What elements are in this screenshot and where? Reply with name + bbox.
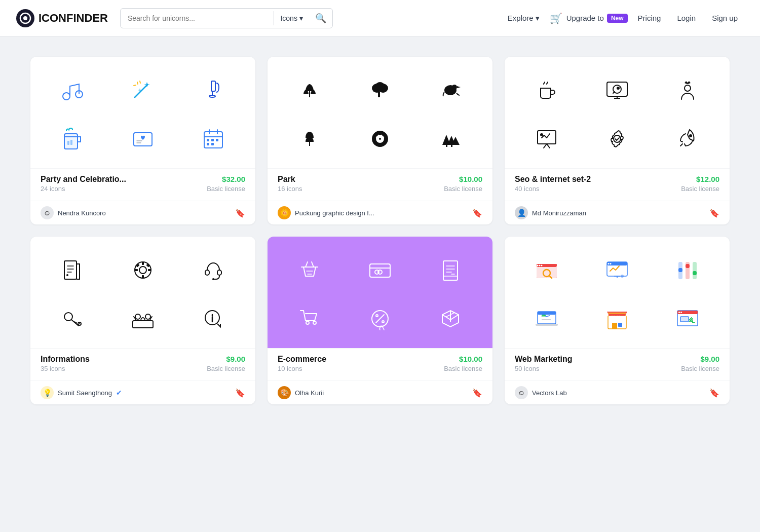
svg-rect-97 (618, 323, 622, 327)
card-ecommerce: E-commerce $10.00 10 icons Basic license… (268, 237, 492, 404)
nav-pricing[interactable]: Pricing (632, 10, 667, 26)
search-input[interactable] (121, 9, 274, 27)
bookmark-icon[interactable]: 🔖 (709, 208, 719, 218)
svg-rect-59 (133, 321, 153, 328)
card-count: 50 icons (515, 365, 539, 372)
icon-discount (362, 301, 398, 336)
svg-rect-98 (608, 313, 626, 314)
author-avatar: 💡 (41, 386, 54, 399)
header: ICONFINDER Icons ▾ 🔍 Explore ▾ 🛒 Upgrade… (0, 0, 760, 36)
icon-bird (433, 72, 468, 108)
svg-rect-32 (446, 144, 447, 147)
card-informations: Informations $9.00 35 icons Basic licens… (30, 237, 255, 404)
bookmark-icon[interactable]: 🔖 (709, 388, 719, 398)
icon-love-card (125, 121, 161, 157)
card-title: Seo & internet set-2 (515, 175, 591, 184)
bookmark-icon[interactable]: 🔖 (235, 388, 245, 398)
author-avatar: 🌼 (278, 206, 291, 219)
card-license: Basic license (444, 365, 482, 372)
author-name: Sumit Saengthong (58, 389, 112, 397)
svg-rect-53 (205, 270, 209, 275)
icon-music (55, 72, 90, 108)
verified-badge: ✔ (116, 389, 122, 397)
search-type-dropdown[interactable]: Icons ▾ (274, 14, 309, 22)
search-icon: 🔍 (315, 13, 326, 23)
icon-reception (125, 301, 161, 336)
icon-store (599, 301, 635, 336)
svg-rect-22 (378, 92, 380, 97)
icon-monitor-graph (599, 252, 635, 288)
svg-point-55 (212, 278, 214, 280)
nav: Explore ▾ 🛒 Upgrade to New Pricing Login… (502, 10, 744, 27)
svg-point-37 (685, 85, 691, 91)
svg-point-28 (379, 138, 381, 140)
chevron-down-icon: ▾ (299, 14, 303, 22)
card-info-webmarketing: Web Marketing $9.00 50 icons Basic licen… (505, 348, 730, 381)
svg-rect-96 (612, 323, 617, 329)
card-icons-park (268, 57, 492, 168)
icon-coffee (529, 72, 564, 108)
card-price: $10.00 (459, 355, 482, 363)
svg-point-101 (678, 312, 680, 313)
card-icons-party (30, 57, 255, 168)
search-bar: Icons ▾ 🔍 (120, 8, 333, 28)
icon-sets-grid: Party and Celebratio... $32.00 24 icons … (30, 57, 730, 404)
search-type-label: Icons (280, 14, 297, 22)
svg-rect-87 (693, 262, 697, 279)
new-badge: New (607, 14, 628, 23)
svg-rect-50 (148, 269, 151, 271)
svg-rect-66 (443, 261, 458, 280)
icon-presentation (529, 121, 564, 157)
card-author-party: ☺ Nendra Kuncoro 🔖 (30, 201, 255, 224)
svg-point-58 (79, 323, 80, 324)
svg-rect-48 (142, 275, 144, 278)
svg-rect-90 (693, 271, 697, 275)
svg-point-3 (63, 93, 70, 100)
nav-login[interactable]: Login (671, 10, 702, 26)
icon-drink (196, 72, 231, 108)
author-name: Olha Kurii (295, 389, 324, 397)
card-license: Basic license (681, 185, 719, 193)
card-title: E-commerce (278, 355, 326, 364)
icon-info-chat (196, 301, 231, 336)
card-price: $9.00 (226, 355, 245, 363)
card-icons-seo (505, 57, 730, 168)
svg-rect-92 (538, 312, 556, 315)
svg-rect-43 (64, 261, 77, 279)
author-avatar: 👤 (515, 206, 528, 219)
icon-monitor (599, 72, 635, 108)
upgrade-button[interactable]: Upgrade to New (566, 14, 628, 23)
svg-point-61 (145, 314, 150, 319)
svg-point-84 (621, 275, 624, 278)
card-info-informations: Informations $9.00 35 icons Basic licens… (30, 348, 255, 381)
icon-magic (125, 72, 161, 108)
card-count: 16 icons (278, 185, 302, 193)
nav-signup[interactable]: Sign up (706, 10, 744, 26)
search-button[interactable]: 🔍 (309, 9, 332, 28)
icon-document (55, 252, 90, 288)
svg-rect-15 (211, 139, 214, 141)
icon-headset (196, 252, 231, 288)
card-license: Basic license (681, 365, 719, 372)
author-name: Nendra Kuncoro (58, 209, 106, 217)
icon-box (433, 301, 468, 336)
card-price: $9.00 (700, 355, 719, 363)
explore-label: Explore (508, 14, 534, 22)
nav-explore[interactable]: Explore ▾ (502, 10, 546, 27)
cart-icon[interactable]: 🛒 (550, 12, 562, 24)
card-info-seo: Seo & internet set-2 $12.00 40 icons Bas… (505, 168, 730, 201)
bookmark-icon[interactable]: 🔖 (472, 388, 482, 398)
card-count: 35 icons (41, 365, 65, 372)
svg-point-102 (680, 312, 682, 313)
bookmark-icon[interactable]: 🔖 (235, 208, 245, 218)
svg-point-24 (452, 85, 457, 90)
main-content: Party and Celebratio... $32.00 24 icons … (0, 36, 760, 425)
svg-rect-33 (451, 144, 452, 147)
bookmark-icon[interactable]: 🔖 (472, 208, 482, 218)
svg-rect-89 (686, 264, 690, 268)
logo[interactable]: ICONFINDER (16, 9, 108, 27)
icon-search-analytics (529, 252, 564, 288)
card-party: Party and Celebratio... $32.00 24 icons … (30, 57, 255, 224)
svg-point-36 (617, 87, 620, 90)
card-info-park: Park $10.00 16 icons Basic license (268, 168, 492, 201)
